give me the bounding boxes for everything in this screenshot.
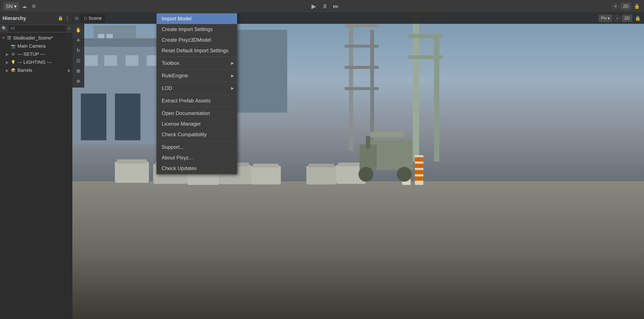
scene-context-btn[interactable]: ⋮: [66, 36, 70, 40]
scene-label: Skidloader_Scene*: [13, 35, 53, 41]
svg-rect-30: [117, 159, 147, 164]
hierarchy-title: Hierarchy: [2, 15, 26, 21]
reset-default-label: Reset Default Import Settings: [162, 48, 228, 53]
lod-label: LOD: [162, 85, 172, 91]
svg-rect-12: [81, 93, 106, 140]
chevron-down-icon: ▾: [14, 3, 16, 9]
setup-icon: ⚙: [10, 51, 16, 57]
menu-item-check-compatibility[interactable]: Check Compatibility: [156, 129, 237, 140]
play-button[interactable]: ▶: [309, 2, 318, 11]
rotate-tool-button[interactable]: ↻: [74, 46, 83, 55]
lighting-label: --- LIGHTING ---: [18, 59, 52, 65]
2d-mode-label: 2D: [624, 16, 630, 21]
next-button[interactable]: ⏭: [331, 2, 340, 11]
chevron-pivot-icon: ▾: [608, 16, 610, 21]
svg-rect-28: [408, 55, 442, 59]
menu-item-lod[interactable]: LOD: [156, 83, 237, 93]
menu-item-create-pixyz3dmodel[interactable]: Create Pixyz3DModel: [156, 35, 237, 45]
2d-label: 2D: [623, 4, 628, 9]
camera-icon: 📷: [10, 43, 16, 49]
svg-rect-25: [434, 34, 439, 162]
scale-tool-button[interactable]: ⊡: [74, 56, 83, 65]
about-pixyz-label: About Pixyz...: [162, 155, 193, 161]
context-menu: Import Model Create Import Settings Crea…: [156, 13, 237, 174]
barrels-icon: 📦: [10, 67, 16, 73]
tree-item-barrels[interactable]: ▶ 📦 Barrels ▶: [0, 66, 72, 74]
sn-label: SN: [6, 3, 13, 9]
tree-item-lighting[interactable]: ▶ 💡 --- LIGHTING ---: [0, 58, 72, 66]
menu-item-check-updates[interactable]: Check Updates: [156, 163, 237, 174]
menu-item-support[interactable]: Support...: [156, 142, 237, 152]
barrels-label: Barrels: [18, 68, 32, 73]
hand-tool-button[interactable]: ✋: [74, 25, 83, 35]
svg-rect-20: [345, 23, 379, 27]
create-pixyz3dmodel-label: Create Pixyz3DModel: [162, 37, 211, 43]
svg-rect-50: [415, 170, 424, 174]
scene-tab-icon: ◻: [84, 16, 87, 21]
svg-rect-15: [104, 55, 117, 66]
settings-icon[interactable]: ⚙: [30, 2, 38, 10]
support-label: Support...: [162, 144, 184, 150]
top-bar-center: ▶ ⏸ ⏭: [40, 2, 610, 11]
add-icon[interactable]: +: [68, 26, 70, 31]
viewport-options-icon[interactable]: ⊙: [614, 15, 620, 21]
menu-item-import-model[interactable]: Import Model: [156, 13, 237, 24]
svg-rect-56: [366, 136, 370, 149]
menu-hierarchy-icon[interactable]: ⋮: [65, 15, 70, 21]
pivot-button[interactable]: Piv ▾: [599, 15, 612, 22]
create-import-settings-label: Create Import Settings: [162, 26, 213, 32]
viewport-lock-icon[interactable]: 🔒: [634, 14, 642, 22]
tree-arrow-lighting: ▶: [6, 60, 10, 64]
menu-item-reset-default[interactable]: Reset Default Import Settings: [156, 45, 237, 56]
pause-button[interactable]: ⏸: [320, 2, 330, 11]
scene-tab-label: Scene: [88, 15, 102, 21]
tree-item-main-camera[interactable]: 📷 Main Camera: [0, 42, 72, 50]
lock-icon[interactable]: 🔒: [633, 2, 640, 10]
tree-arrow-scene: ▼: [2, 36, 6, 40]
menu-item-create-import-settings[interactable]: Create Import Settings: [156, 24, 237, 35]
svg-rect-38: [253, 164, 279, 167]
barrels-expand-icon[interactable]: ▶: [68, 68, 70, 72]
play-controls: ▶ ⏸ ⏭: [309, 2, 340, 11]
top-bar-right: ⊞ 2D 🔒: [612, 2, 640, 10]
sn-dropdown[interactable]: SN ▾: [4, 2, 19, 10]
transform-tool-button[interactable]: ⊛: [74, 76, 83, 86]
2d-mode-button[interactable]: 2D: [622, 15, 632, 22]
tree-item-scene[interactable]: ▼ 🎬 Skidloader_Scene* ⋮: [0, 34, 72, 42]
svg-rect-11: [72, 38, 170, 47]
menu-item-extract-prefab[interactable]: Extract Prefab Assets: [156, 95, 237, 106]
svg-rect-51: [415, 176, 424, 181]
search-input[interactable]: [8, 25, 66, 32]
svg-rect-48: [415, 157, 424, 162]
svg-rect-49: [415, 164, 424, 168]
lock-hierarchy-icon[interactable]: 🔒: [58, 15, 63, 21]
menu-separator-5: [156, 107, 237, 107]
menu-item-about-pixyz[interactable]: About Pixyz...: [156, 152, 237, 163]
layers-icon[interactable]: ⊞: [612, 3, 618, 9]
svg-rect-39: [306, 166, 336, 184]
svg-rect-27: [408, 34, 442, 38]
tree-item-setup[interactable]: ▶ ⚙ --- SETUP ---: [0, 50, 72, 58]
svg-rect-57: [370, 132, 404, 137]
2d-toggle[interactable]: 2D: [620, 3, 631, 10]
rect-tool-button[interactable]: ⊞: [74, 66, 83, 76]
svg-rect-14: [85, 55, 98, 66]
top-bar-left: SN ▾ ☁ ⚙: [4, 2, 38, 10]
menu-item-license-manager[interactable]: License Manager: [156, 119, 237, 129]
extract-prefab-label: Extract Prefab Assets: [162, 98, 210, 104]
scene-tab[interactable]: ◻ Scene: [80, 14, 106, 22]
move-tool-button[interactable]: ✛: [74, 36, 83, 45]
svg-rect-23: [345, 87, 379, 90]
cloud-icon[interactable]: ☁: [21, 2, 28, 10]
tree-arrow-setup: ▶: [6, 52, 10, 56]
grid-icon: ⊞: [75, 16, 78, 21]
menu-item-open-docs[interactable]: Open Documentation: [156, 108, 237, 119]
menu-item-toolbox[interactable]: Toolbox: [156, 58, 237, 68]
scene-toolbar: ✋ ✛ ↻ ⊡ ⊞ ⊛: [72, 24, 84, 88]
svg-rect-16: [126, 55, 138, 66]
menu-separator-2: [156, 69, 237, 69]
pivot-label: Piv: [601, 16, 607, 21]
svg-rect-29: [115, 162, 149, 183]
hierarchy-search-bar: 🔍 +: [0, 24, 72, 33]
menu-item-ruleengine[interactable]: RuleEngine: [156, 70, 237, 81]
